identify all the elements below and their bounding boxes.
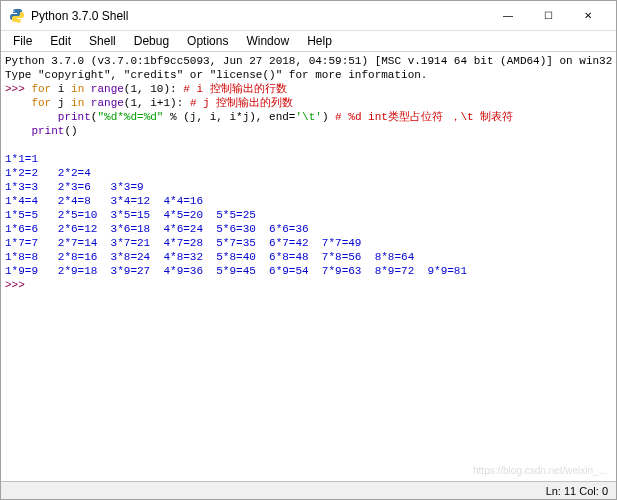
keyword-for: for — [31, 97, 51, 109]
code-text — [84, 97, 91, 109]
blank-line — [5, 139, 12, 151]
code-text: ) — [322, 111, 335, 123]
titlebar: Python 3.7.0 Shell — ☐ ✕ — [1, 1, 616, 31]
string-literal: "%d*%d=%d" — [97, 111, 163, 123]
output-line: 1*5=5 2*5=10 3*5=15 4*5=20 5*5=25 — [5, 209, 256, 221]
code-text: % (j, i, i*j), end= — [163, 111, 295, 123]
output-line: 1*6=6 2*6=12 3*6=18 4*6=24 5*6=30 6*6=36 — [5, 223, 309, 235]
statusbar: Ln: 11 Col: 0 — [1, 481, 616, 499]
menu-file[interactable]: File — [5, 32, 40, 50]
menubar: File Edit Shell Debug Options Window Hel… — [1, 31, 616, 51]
app-window: Python 3.7.0 Shell — ☐ ✕ File Edit Shell… — [0, 0, 617, 500]
window-buttons: — ☐ ✕ — [488, 1, 608, 31]
code-text: (1, i+1): — [124, 97, 190, 109]
func-print: print — [58, 111, 91, 123]
menu-edit[interactable]: Edit — [42, 32, 79, 50]
output-line: 1*3=3 2*3=6 3*3=9 — [5, 181, 144, 193]
code-text — [5, 97, 31, 109]
menu-help[interactable]: Help — [299, 32, 340, 50]
code-text — [5, 125, 31, 137]
prompt: >>> — [5, 83, 31, 95]
code-text — [5, 111, 58, 123]
output-line: 1*8=8 2*8=16 3*8=24 4*8=32 5*8=40 6*8=48… — [5, 251, 414, 263]
func-print: print — [31, 125, 64, 137]
output-line: 1*4=4 2*4=8 3*4=12 4*4=16 — [5, 195, 203, 207]
output-line: 1*9=9 2*9=18 3*9=27 4*9=36 5*9=45 6*9=54… — [5, 265, 467, 277]
maximize-button[interactable]: ☐ — [528, 1, 568, 31]
output-line: 1*2=2 2*2=4 — [5, 167, 91, 179]
keyword-for: for — [31, 83, 51, 95]
func-range: range — [91, 97, 124, 109]
keyword-in: in — [71, 83, 84, 95]
menu-shell[interactable]: Shell — [81, 32, 124, 50]
banner-line: Python 3.7.0 (v3.7.0:1bf9cc5093, Jun 27 … — [5, 55, 612, 67]
code-text: () — [64, 125, 77, 137]
banner-line: Type "copyright", "credits" or "license(… — [5, 69, 427, 81]
comment: # %d int类型占位符 ，\t 制表符 — [335, 111, 513, 123]
comment: # i 控制输出的行数 — [183, 83, 286, 95]
cursor-position: Ln: 11 Col: 0 — [546, 485, 608, 497]
string-literal: '\t' — [295, 111, 321, 123]
code-text: j — [51, 97, 71, 109]
keyword-in: in — [71, 97, 84, 109]
watermark: https://blog.csdn.net/weixin_... — [473, 465, 607, 476]
prompt: >>> — [5, 279, 31, 291]
python-icon — [9, 8, 25, 24]
output-line: 1*1=1 — [5, 153, 38, 165]
menu-window[interactable]: Window — [238, 32, 297, 50]
shell-content[interactable]: Python 3.7.0 (v3.7.0:1bf9cc5093, Jun 27 … — [1, 52, 616, 481]
menu-debug[interactable]: Debug — [126, 32, 177, 50]
code-text: i — [51, 83, 71, 95]
close-button[interactable]: ✕ — [568, 1, 608, 31]
menu-options[interactable]: Options — [179, 32, 236, 50]
code-text — [84, 83, 91, 95]
window-title: Python 3.7.0 Shell — [31, 9, 488, 23]
code-text: (1, 10): — [124, 83, 183, 95]
minimize-button[interactable]: — — [488, 1, 528, 31]
func-range: range — [91, 83, 124, 95]
comment: # j 控制输出的列数 — [190, 97, 293, 109]
output-line: 1*7=7 2*7=14 3*7=21 4*7=28 5*7=35 6*7=42… — [5, 237, 361, 249]
